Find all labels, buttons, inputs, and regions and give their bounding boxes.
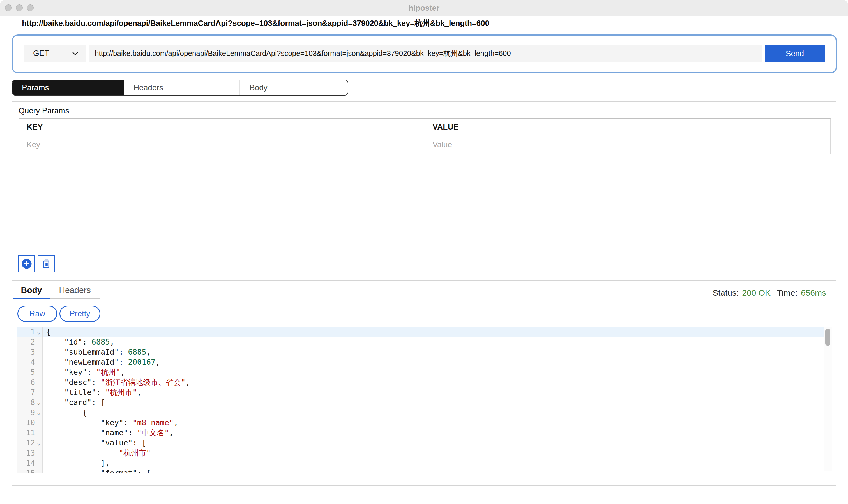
line-number: 2: [17, 337, 35, 347]
code-line: 9⌄ {: [17, 408, 824, 418]
chevron-down-icon: [71, 51, 79, 55]
tab-params[interactable]: Params: [12, 80, 124, 95]
line-gutter: 12⌄: [17, 438, 42, 448]
add-row-button[interactable]: [18, 255, 35, 272]
value-cell: [425, 136, 831, 154]
line-number: 5: [17, 367, 35, 377]
line-number: 4: [17, 357, 35, 367]
key-cell: [19, 136, 425, 154]
titlebar: hiposter: [0, 0, 848, 16]
fold-toggle-icon[interactable]: ⌄: [35, 327, 42, 337]
plus-circle-icon: [21, 258, 32, 269]
line-gutter: 4: [17, 357, 42, 367]
scrollbar-thumb[interactable]: [825, 328, 830, 346]
code-line: 1⌄{: [17, 327, 824, 337]
code-line: 10 "key": "m8_name",: [17, 418, 824, 428]
code-line: 11 "name": "中文名",: [17, 428, 824, 438]
fold-toggle-icon[interactable]: ⌄: [35, 468, 42, 473]
query-params-table: KEY VALUE: [18, 118, 831, 154]
code-line: 14 ],: [17, 458, 824, 468]
line-gutter: 10: [17, 418, 42, 428]
line-gutter: 6: [17, 377, 42, 388]
line-gutter: 9⌄: [17, 408, 42, 418]
code-text: ],: [42, 458, 110, 468]
tab-headers[interactable]: Headers: [124, 80, 240, 95]
response-tabs: Body Headers: [13, 283, 100, 299]
request-tabs: Params Headers Body: [12, 79, 348, 95]
code-line: 13 "杭州市": [17, 448, 824, 458]
line-number: 15: [17, 468, 35, 473]
trash-icon: [41, 258, 51, 269]
send-button[interactable]: Send: [765, 45, 825, 62]
code-text: "subLemmaId": 6885,: [42, 347, 151, 357]
param-key-input[interactable]: [26, 140, 409, 149]
line-number: 12: [17, 438, 35, 448]
column-header-key: KEY: [19, 119, 425, 135]
app-window: hiposter http://baike.baidu.com/api/open…: [0, 0, 848, 504]
time-label: Time:: [777, 288, 797, 298]
request-url-heading: http://baike.baidu.com/api/openapi/Baike…: [22, 18, 489, 29]
line-number: 13: [17, 448, 35, 458]
code-text: "name": "中文名",: [42, 428, 174, 438]
status-label: Status:: [712, 288, 739, 298]
code-line: 5 "key": "杭州",: [17, 367, 824, 377]
line-gutter: 5: [17, 367, 42, 377]
line-number: 8: [17, 397, 35, 408]
code-text: "id": 6885,: [42, 337, 114, 347]
fold-toggle-icon[interactable]: ⌄: [35, 397, 42, 408]
code-line: 7 "title": "杭州市",: [17, 388, 824, 397]
method-select-value: GET: [33, 49, 49, 58]
code-line: 15⌄ "format": [: [17, 468, 824, 473]
line-number: 11: [17, 428, 35, 438]
tab-body[interactable]: Body: [240, 80, 348, 95]
line-number: 9: [17, 408, 35, 418]
response-status-line: Status: 200 OK Time: 656ms: [712, 288, 826, 298]
code-text: "desc": "浙江省辖地级市、省会",: [42, 377, 190, 388]
line-gutter: 7: [17, 388, 42, 397]
code-text: "key": "m8_name",: [42, 418, 178, 428]
response-panel: Body Headers Status: 200 OK Time: 656ms …: [12, 280, 836, 486]
line-gutter: 11: [17, 428, 42, 438]
code-line: 6 "desc": "浙江省辖地级市、省会",: [17, 377, 824, 388]
line-gutter: 8⌄: [17, 397, 42, 408]
line-gutter: 15⌄: [17, 468, 42, 473]
status-value: 200 OK: [742, 288, 771, 298]
response-tab-body[interactable]: Body: [13, 283, 50, 299]
query-params-panel: Query Params KEY VALUE: [12, 101, 836, 276]
line-number: 10: [17, 418, 35, 428]
code-line: 3 "subLemmaId": 6885,: [17, 347, 824, 357]
table-row: [19, 136, 830, 154]
line-gutter: 13: [17, 448, 42, 458]
code-text: "format": [: [42, 468, 151, 473]
line-number: 14: [17, 458, 35, 468]
table-header-row: KEY VALUE: [19, 119, 830, 136]
raw-view-button[interactable]: Raw: [17, 306, 57, 322]
code-text: {: [42, 408, 87, 418]
fold-toggle-icon[interactable]: ⌄: [35, 408, 42, 418]
column-header-value: VALUE: [425, 119, 831, 135]
param-value-input[interactable]: [433, 140, 815, 149]
time-value: 656ms: [801, 288, 826, 298]
request-bar: GET Send: [12, 35, 837, 73]
line-number: 7: [17, 388, 35, 397]
method-select[interactable]: GET: [24, 45, 86, 62]
code-text: {: [42, 327, 51, 337]
response-tab-headers[interactable]: Headers: [50, 283, 100, 299]
code-text: "value": [: [42, 438, 146, 448]
window-title: hiposter: [0, 4, 848, 13]
code-text: "杭州市": [42, 448, 151, 458]
fold-toggle-icon[interactable]: ⌄: [35, 438, 42, 448]
pretty-view-button[interactable]: Pretty: [59, 306, 100, 322]
line-number: 3: [17, 347, 35, 357]
code-text: "card": [: [42, 397, 105, 408]
delete-row-button[interactable]: [38, 255, 55, 272]
line-gutter: 2: [17, 337, 42, 347]
code-line: 8⌄ "card": [: [17, 397, 824, 408]
url-input[interactable]: [89, 45, 762, 62]
line-gutter: 3: [17, 347, 42, 357]
line-number: 6: [17, 377, 35, 388]
code-text: "title": "杭州市",: [42, 388, 142, 397]
line-gutter: 1⌄: [17, 327, 42, 337]
response-body-editor[interactable]: 1⌄{2 "id": 6885,3 "subLemmaId": 6885,4 "…: [17, 327, 832, 473]
scrollbar[interactable]: [824, 327, 832, 471]
